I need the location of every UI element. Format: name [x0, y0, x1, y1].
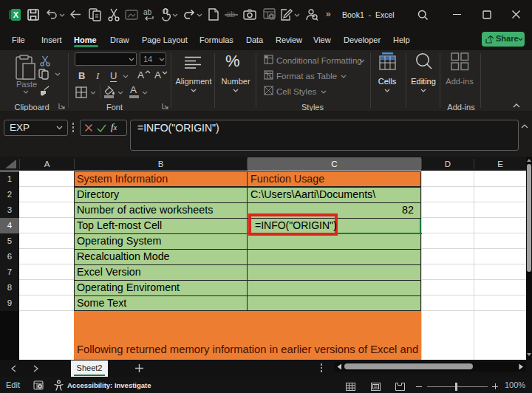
svg-text:X: X [13, 10, 19, 19]
